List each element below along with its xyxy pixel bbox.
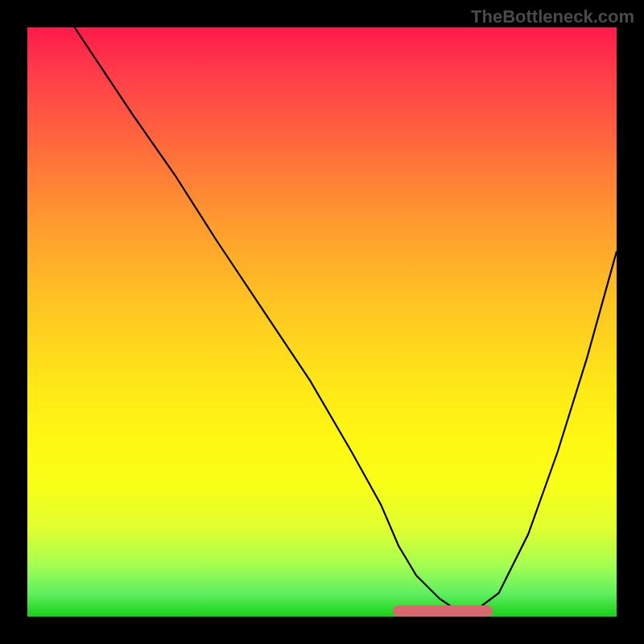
bottleneck-curve <box>27 27 617 617</box>
watermark-text: TheBottleneck.com <box>471 6 634 27</box>
plot-area <box>27 27 617 617</box>
optimal-marker-left-icon <box>393 605 404 617</box>
optimal-range-marker <box>397 605 489 617</box>
optimal-marker-right-icon <box>481 605 493 617</box>
